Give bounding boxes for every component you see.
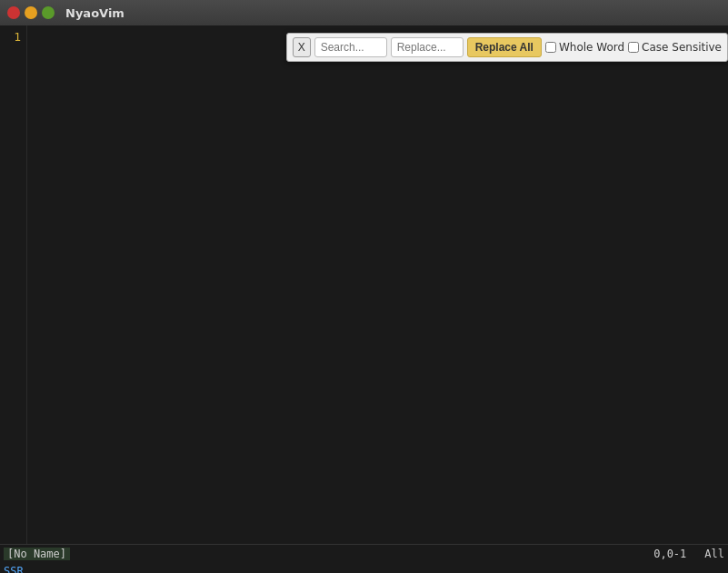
cmdline: SSR: [0, 562, 728, 573]
minimize-window-button[interactable]: [25, 6, 37, 19]
whole-word-checkbox[interactable]: [545, 42, 556, 53]
line-number-1: 1: [14, 29, 21, 45]
app-title: NyaoVim: [65, 6, 125, 20]
search-close-button[interactable]: X: [293, 37, 311, 57]
replace-input[interactable]: [391, 37, 464, 57]
case-sensitive-checkbox-label[interactable]: Case Sensitive: [628, 41, 722, 54]
replace-all-button[interactable]: Replace All: [467, 37, 542, 57]
status-position: 0,0-1: [653, 548, 686, 560]
line-numbers: 1: [0, 25, 27, 544]
editor-container: 1 X Replace All Whole Word Case Sensitiv…: [0, 25, 728, 544]
search-input[interactable]: [314, 37, 387, 57]
status-filename: [No Name]: [4, 548, 70, 560]
maximize-window-button[interactable]: [42, 6, 55, 19]
case-sensitive-checkbox[interactable]: [628, 42, 639, 53]
close-window-button[interactable]: [7, 6, 20, 19]
case-sensitive-label: Case Sensitive: [642, 41, 722, 54]
titlebar: NyaoVim: [0, 0, 728, 25]
whole-word-checkbox-label[interactable]: Whole Word: [545, 41, 624, 54]
status-scroll: All: [704, 548, 724, 560]
editor-content[interactable]: X Replace All Whole Word Case Sensitive: [27, 25, 728, 544]
cmdline-text: SSR: [4, 565, 24, 573]
search-replace-toolbar: X Replace All Whole Word Case Sensitive: [286, 33, 728, 62]
whole-word-label: Whole Word: [559, 41, 624, 54]
window-buttons: [7, 6, 55, 19]
statusbar: [No Name] 0,0-1 All: [0, 544, 728, 562]
